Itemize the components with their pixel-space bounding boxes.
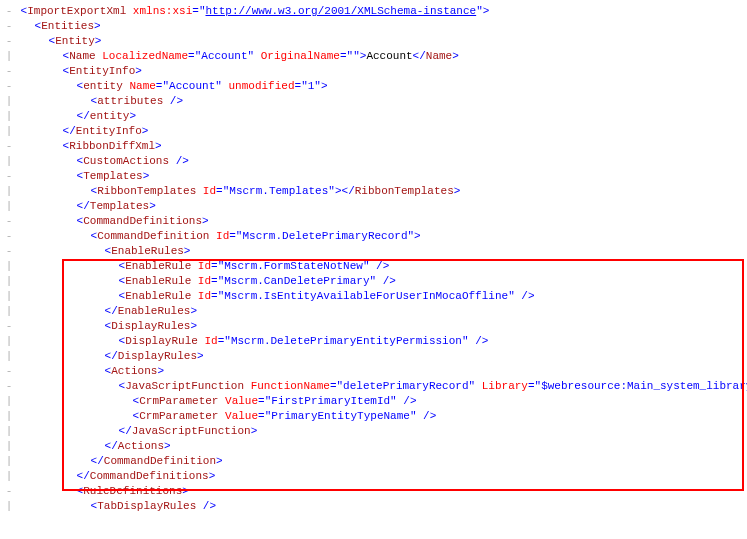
gutter-bar: |: [4, 424, 14, 439]
xml-tag: Name: [69, 50, 95, 62]
gutter-bar: |: [4, 439, 14, 454]
code-line: - <CommandDefinition Id="Mscrm.DeletePri…: [4, 229, 743, 244]
fold-toggle[interactable]: -: [4, 79, 14, 94]
fold-toggle[interactable]: -: [4, 139, 14, 154]
code-line: | <CrmParameter Value="PrimaryEntityType…: [4, 409, 743, 424]
gutter-bar: |: [4, 289, 14, 304]
gutter-bar: |: [4, 274, 14, 289]
xml-tag: CommandDefinitions: [83, 215, 202, 227]
gutter-bar: |: [4, 109, 14, 124]
gutter-bar: |: [4, 124, 14, 139]
code-line: | <EnableRule Id="Mscrm.CanDeletePrimary…: [4, 274, 743, 289]
xml-tag: Templates: [83, 170, 142, 182]
code-line: | </CommandDefinitions>: [4, 469, 743, 484]
xml-attr: Id: [203, 185, 216, 197]
fold-toggle[interactable]: -: [4, 19, 14, 34]
gutter-bar: |: [4, 454, 14, 469]
gutter-bar: |: [4, 394, 14, 409]
xml-tag: EnableRule: [125, 290, 191, 302]
gutter-bar: |: [4, 349, 14, 364]
xml-attr: Id: [198, 290, 211, 302]
gutter-bar: |: [4, 49, 14, 64]
xml-tag: EnableRule: [125, 260, 191, 272]
xml-attr: unmodified: [229, 80, 295, 92]
xml-tag: entity: [83, 80, 123, 92]
xml-tag: TabDisplayRules: [97, 500, 196, 512]
xml-tag: Templates: [90, 200, 149, 212]
fold-toggle[interactable]: -: [4, 64, 14, 79]
fold-toggle[interactable]: -: [4, 214, 14, 229]
xml-tag: Entities: [41, 20, 94, 32]
xml-attr: FunctionName: [251, 380, 330, 392]
xml-tag: EntityInfo: [69, 65, 135, 77]
gutter-bar: |: [4, 199, 14, 214]
xml-tag: RibbonDiffXml: [69, 140, 155, 152]
xml-attr: Id: [198, 260, 211, 272]
code-line: | <Name LocalizedName="Account" Original…: [4, 49, 743, 64]
xml-value: Mscrm.IsEntityAvailableForUserInMocaOffl…: [224, 290, 508, 302]
xml-tag: RibbonTemplates: [97, 185, 196, 197]
xml-attr: LocalizedName: [102, 50, 188, 62]
xml-tag: attributes: [97, 95, 163, 107]
gutter-bar: |: [4, 154, 14, 169]
code-line: | <EnableRule Id="Mscrm.FormStateNotNew"…: [4, 259, 743, 274]
xml-attr: Id: [198, 275, 211, 287]
fold-toggle[interactable]: -: [4, 484, 14, 499]
fold-toggle[interactable]: -: [4, 364, 14, 379]
code-line: | <attributes />: [4, 94, 743, 109]
xml-value: Mscrm.DeletePrimaryEntityPermission: [231, 335, 462, 347]
xml-tag: CommandDefinition: [104, 455, 216, 467]
gutter-bar: |: [4, 409, 14, 424]
xml-attr: Value: [225, 410, 258, 422]
fold-toggle[interactable]: -: [4, 244, 14, 259]
xml-tag: DisplayRule: [125, 335, 198, 347]
xml-tag: EnableRules: [118, 305, 191, 317]
fold-toggle[interactable]: -: [4, 4, 14, 19]
xml-attr: OriginalName: [261, 50, 340, 62]
code-line: | <TabDisplayRules />: [4, 499, 743, 514]
code-line: - <Actions>: [4, 364, 743, 379]
code-line: | </Actions>: [4, 439, 743, 454]
xml-link[interactable]: http://www.w3.org/2001/XMLSchema-instanc…: [206, 5, 477, 17]
xml-attr: Value: [225, 395, 258, 407]
xml-tag: CrmParameter: [139, 395, 218, 407]
fold-toggle[interactable]: -: [4, 229, 14, 244]
xml-attr: Id: [216, 230, 229, 242]
xml-tag: JavaScriptFunction: [125, 380, 244, 392]
xml-value: Mscrm.CanDeletePrimary: [224, 275, 369, 287]
fold-toggle[interactable]: -: [4, 34, 14, 49]
xml-attr: Name: [129, 80, 155, 92]
xml-tag: CommandDefinition: [97, 230, 209, 242]
gutter-bar: |: [4, 334, 14, 349]
xml-value: Mscrm.FormStateNotNew: [224, 260, 363, 272]
gutter-bar: |: [4, 304, 14, 319]
code-line: | <RibbonTemplates Id="Mscrm.Templates">…: [4, 184, 743, 199]
fold-toggle[interactable]: -: [4, 169, 14, 184]
xml-value: PrimaryEntityTypeName: [271, 410, 410, 422]
code-line: - <Entity>: [4, 34, 743, 49]
gutter-bar: |: [4, 499, 14, 514]
xml-tag: DisplayRules: [118, 350, 197, 362]
code-line: | <EnableRule Id="Mscrm.IsEntityAvailabl…: [4, 289, 743, 304]
xml-attr: xmlns:xsi: [133, 5, 192, 17]
code-line: | <CrmParameter Value="FirstPrimaryItemI…: [4, 394, 743, 409]
xml-tag: Actions: [111, 365, 157, 377]
code-line: | </EntityInfo>: [4, 124, 743, 139]
xml-tag: RuleDefinitions: [83, 485, 182, 497]
code-line: - <EnableRules>: [4, 244, 743, 259]
code-line: - <EntityInfo>: [4, 64, 743, 79]
code-line: - <DisplayRules>: [4, 319, 743, 334]
xml-tag: EntityInfo: [76, 125, 142, 137]
code-line: - <RuleDefinitions>: [4, 484, 743, 499]
gutter-bar: |: [4, 469, 14, 484]
code-line: - <JavaScriptFunction FunctionName="dele…: [4, 379, 743, 394]
fold-toggle[interactable]: -: [4, 379, 14, 394]
xml-tag: CrmParameter: [139, 410, 218, 422]
xml-tag: CommandDefinitions: [90, 470, 209, 482]
fold-toggle[interactable]: -: [4, 319, 14, 334]
code-line: | </Templates>: [4, 199, 743, 214]
gutter-bar: |: [4, 184, 14, 199]
xml-tag: EnableRule: [125, 275, 191, 287]
code-line: - <Templates>: [4, 169, 743, 184]
xml-tag: Actions: [118, 440, 164, 452]
